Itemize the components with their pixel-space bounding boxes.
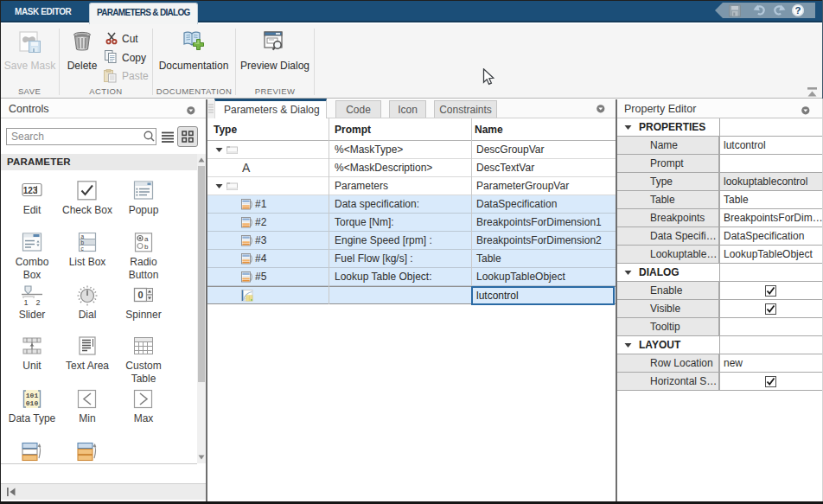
svg-text:b: b: [144, 243, 149, 251]
svg-text:2: 2: [35, 298, 40, 306]
svg-text:a: a: [144, 235, 149, 243]
svg-text:0: 0: [137, 290, 143, 300]
svg-text:1: 1: [23, 298, 28, 306]
svg-text:123: 123: [23, 186, 38, 195]
svg-text:?: ?: [794, 5, 801, 16]
svg-text:010: 010: [26, 399, 39, 407]
svg-text:b: b: [81, 239, 85, 246]
svg-text:a: a: [81, 233, 85, 239]
svg-text:101: 101: [26, 392, 39, 399]
